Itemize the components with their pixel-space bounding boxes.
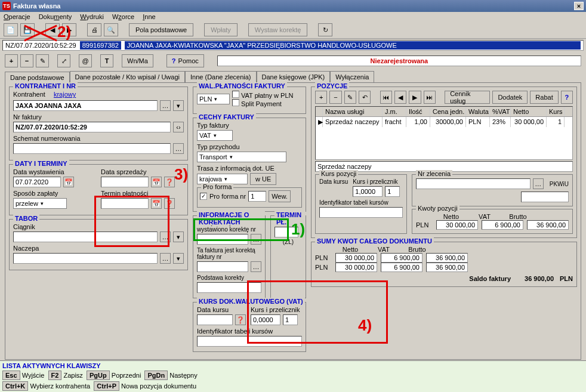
poz-prev2-icon[interactable]: ◀ xyxy=(394,91,406,104)
poz-help-icon[interactable]: ? xyxy=(561,91,573,104)
kurs-help-icon[interactable]: ❓ xyxy=(235,314,246,325)
pozycje-grid[interactable]: Nazwa usługi J.m. Ilość Cena jedn. Walut… xyxy=(315,106,573,160)
tab-dane-pozostale[interactable]: Dane pozostałe / Kto wpisał / Uwagi xyxy=(70,71,185,82)
pola-button[interactable]: Pola podstawowe xyxy=(129,23,193,36)
kurs-dk-input[interactable] xyxy=(197,314,233,325)
kor3-input[interactable] xyxy=(197,282,261,293)
ciagnik-input[interactable] xyxy=(13,232,158,242)
wue-button[interactable]: w UE xyxy=(250,173,276,185)
wew-button[interactable]: Wew. xyxy=(269,190,291,202)
menubar: Operacje Dokumenty Wydruki Wzorce Inne xyxy=(0,12,586,21)
pf-input[interactable]: 1 xyxy=(248,191,266,202)
m2-icon[interactable]: … xyxy=(160,253,171,264)
sposob-label: Sposób zapłaty xyxy=(13,190,96,197)
dni-input[interactable] xyxy=(275,227,298,237)
key-f2[interactable]: F2 xyxy=(48,371,62,380)
poz-add-icon[interactable]: + xyxy=(315,91,327,104)
typ-link[interactable]: krajowy xyxy=(54,91,76,98)
kurs-v2[interactable]: 1 xyxy=(283,314,298,325)
cal3-icon[interactable]: 📅 xyxy=(151,198,162,209)
cennik-button[interactable]: Cennik usług xyxy=(445,91,490,104)
new-icon[interactable]: 📄 xyxy=(4,23,18,36)
next-icon[interactable]: ▶ xyxy=(62,23,76,36)
tab-wylaczenia[interactable]: Wyłączenia xyxy=(330,71,374,82)
split-check[interactable] xyxy=(232,99,239,106)
refresh-icon[interactable]: ↻ xyxy=(318,23,332,36)
tab-ksiegowe[interactable]: Dane księgowe (JPK) xyxy=(257,71,331,82)
dwys-input[interactable]: 07.07.2020 xyxy=(13,177,61,187)
tab-inne[interactable]: Inne (Dane zlecenia) xyxy=(185,71,257,82)
typf-select[interactable]: VAT xyxy=(197,130,233,141)
more-icon[interactable]: … xyxy=(160,100,171,111)
more2-icon[interactable]: … xyxy=(173,143,184,154)
prev-icon[interactable]: ◀ xyxy=(45,23,60,36)
dodatek-button[interactable]: Dodatek xyxy=(492,91,528,104)
add-icon[interactable]: + xyxy=(5,54,18,67)
kontrahent-name[interactable]: JAXA JOANNA JAXA xyxy=(13,100,158,111)
poz-next2-icon[interactable]: ▶ xyxy=(409,91,421,104)
key-pgup[interactable]: PgUp xyxy=(87,371,110,380)
down-icon[interactable]: ▾ xyxy=(173,100,184,111)
help2-icon[interactable]: ❓ xyxy=(164,198,175,209)
t-icon[interactable]: T xyxy=(100,54,113,67)
at-icon[interactable]: @ xyxy=(79,54,92,67)
m1-icon[interactable]: … xyxy=(160,232,171,242)
kp-id-input[interactable] xyxy=(319,207,403,218)
poz-last-icon[interactable]: ⏭ xyxy=(424,91,436,104)
menu-inne[interactable]: Inne xyxy=(143,13,155,20)
sposob-select[interactable]: przelew xyxy=(13,198,67,209)
kor1-input[interactable] xyxy=(197,234,248,245)
kurs-id-input[interactable] xyxy=(197,336,302,347)
rabat-button[interactable]: Rabat xyxy=(530,91,558,104)
dwys-label: Data wystawienia xyxy=(13,168,96,175)
minus-icon[interactable]: − xyxy=(20,54,33,67)
pk-input[interactable] xyxy=(521,192,569,202)
menu-wydruki[interactable]: Wydruki xyxy=(80,13,104,20)
cur-select[interactable]: PLN xyxy=(197,94,230,104)
table-row[interactable]: ▶ Sprzedaż naczepy fracht 1,00 30000,00 … xyxy=(316,117,572,127)
sync-icon[interactable]: ‹› xyxy=(173,122,184,132)
ciagnik-label: Ciągnik xyxy=(13,223,184,230)
schemat-input[interactable] xyxy=(13,143,171,154)
key-ctrlp[interactable]: Ctrl+P xyxy=(94,381,119,391)
nzm-icon[interactable]: … xyxy=(533,178,544,189)
poz-edit-icon[interactable]: ✎ xyxy=(344,91,356,104)
key-ctrlk[interactable]: Ctrl+K xyxy=(2,381,28,391)
menu-wzorce[interactable]: Wzorce xyxy=(112,13,134,20)
tab-dane-podstawowe[interactable]: Dane podstawowe xyxy=(5,72,70,83)
dsprz-input[interactable] xyxy=(101,177,149,187)
typp-select[interactable]: Transport xyxy=(197,152,286,162)
key-pgdn[interactable]: PgDn xyxy=(144,371,168,380)
help-button[interactable]: ?Pomoc xyxy=(166,54,204,67)
wnma-button[interactable]: Wn/Ma xyxy=(122,54,153,67)
poz-first-icon[interactable]: ⏮ xyxy=(380,91,392,104)
d1-icon[interactable]: ▾ xyxy=(173,232,184,242)
d2-icon[interactable]: ▾ xyxy=(173,253,184,264)
menu-operacje[interactable]: Operacje xyxy=(4,13,30,20)
kurs-v1[interactable]: 0,0000 xyxy=(251,314,280,325)
help1-icon[interactable]: ❓ xyxy=(164,177,175,187)
vatpln-check[interactable] xyxy=(232,91,239,98)
poz-minus-icon[interactable]: − xyxy=(329,91,341,104)
cal2-icon[interactable]: 📅 xyxy=(151,177,162,187)
naczepa-input[interactable] xyxy=(13,253,158,264)
km1-icon[interactable]: … xyxy=(251,234,261,245)
nrfakt-input[interactable]: NZ/07.07.2020/10:52:29 xyxy=(13,122,171,132)
poz-undo-icon[interactable]: ↶ xyxy=(359,91,371,104)
key-esc[interactable]: Esc xyxy=(2,371,20,380)
close-icon[interactable]: × xyxy=(574,2,584,10)
kor2-input[interactable] xyxy=(197,261,248,272)
nz-input[interactable] xyxy=(416,178,531,189)
cal1-icon[interactable]: 📅 xyxy=(63,177,74,187)
menu-dokumenty[interactable]: Dokumenty xyxy=(39,13,72,20)
termin-input[interactable] xyxy=(101,198,149,209)
fs-korekty: INFORMACJE O KOREKTACH Do tej faktury wy… xyxy=(193,215,266,298)
nrfakt-label: Nr faktury xyxy=(13,113,184,121)
print-icon[interactable]: 🖨 xyxy=(87,23,101,36)
save-icon[interactable]: 💾 xyxy=(20,23,35,36)
pf-check[interactable]: ✓ xyxy=(200,193,207,200)
edit-icon[interactable]: ✎ xyxy=(36,54,49,67)
km2-icon[interactable]: … xyxy=(251,261,261,272)
expand-icon[interactable]: ⤢ xyxy=(57,54,70,67)
preview-icon[interactable]: 🔍 xyxy=(104,23,118,36)
